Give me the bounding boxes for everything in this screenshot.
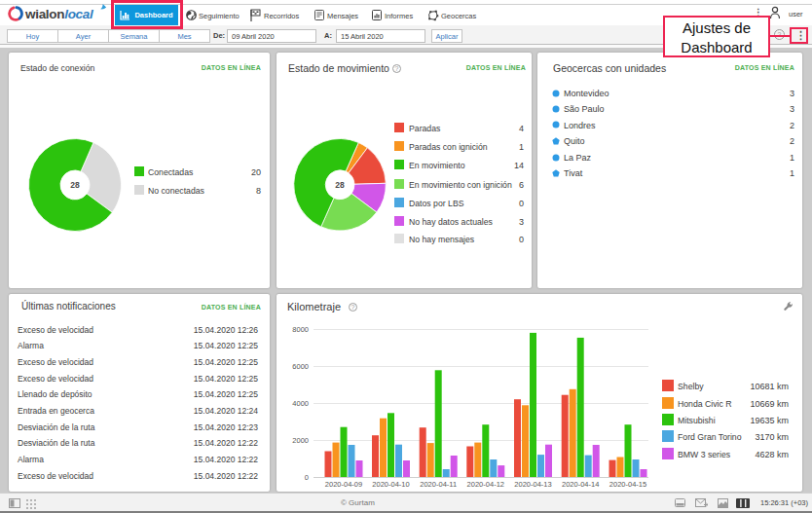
svg-text:2020-04-15: 2020-04-15 [609, 480, 646, 489]
svg-text:28: 28 [70, 180, 80, 190]
svg-text:2020-04-13: 2020-04-13 [514, 480, 551, 489]
svg-text:2020-04-14: 2020-04-14 [562, 480, 599, 489]
svg-text:0: 0 [305, 473, 309, 482]
svg-text:2020-04-10: 2020-04-10 [372, 480, 409, 489]
svg-text:6000: 6000 [292, 362, 309, 371]
svg-text:2000: 2000 [292, 436, 309, 445]
svg-text:8000: 8000 [292, 325, 309, 334]
svg-text:2020-04-11: 2020-04-11 [420, 480, 457, 489]
svg-text:28: 28 [335, 180, 345, 190]
svg-text:2020-04-09: 2020-04-09 [325, 480, 362, 489]
svg-text:2020-04-12: 2020-04-12 [467, 480, 504, 489]
svg-text:4000: 4000 [292, 399, 309, 408]
